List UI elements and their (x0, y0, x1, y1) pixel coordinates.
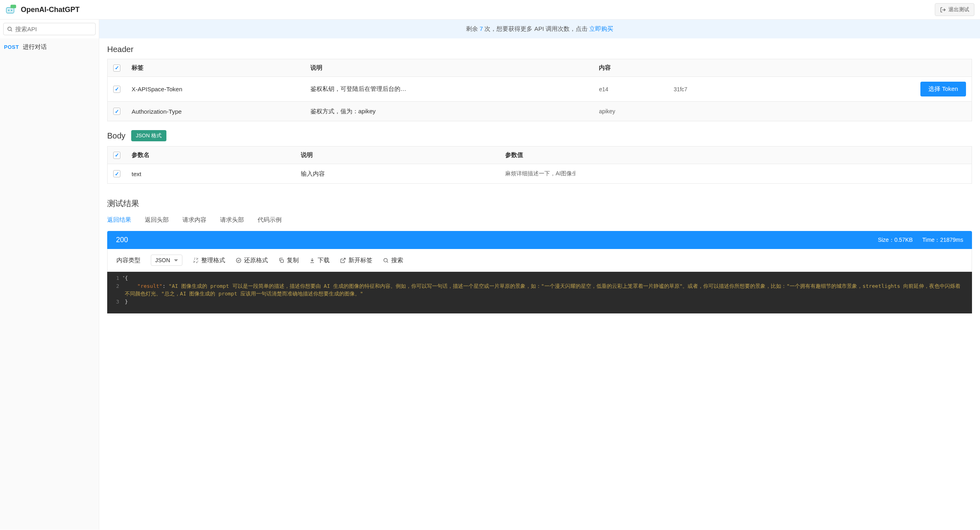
tab-response-header[interactable]: 返回头部 (145, 215, 169, 225)
body-text-input[interactable] (505, 169, 575, 179)
quota-banner: 剩余 7 次，想要获得更多 API 调用次数，点击 立即购买 (99, 20, 980, 38)
sidebar-item-chat[interactable]: POST 进行对话 (0, 38, 99, 56)
restore-icon (236, 257, 242, 263)
body-table: 参数名 说明 参数值 text 输入内容 (107, 146, 972, 184)
token-input[interactable] (599, 84, 916, 94)
svg-line-9 (387, 261, 388, 263)
checkbox[interactable] (113, 86, 120, 93)
body-section-title: Body (107, 131, 126, 141)
status-bar: 200 Size：0.57KB Time：21879ms (107, 231, 972, 249)
cell-name: text (126, 164, 295, 184)
tab-request-header[interactable]: 请求头部 (220, 215, 244, 225)
status-time: Time：21879ms (922, 237, 963, 244)
cell-desc: 输入内容 (295, 164, 499, 184)
format-button[interactable]: 整理格式 (193, 257, 225, 264)
tab-response-body[interactable]: 返回结果 (107, 215, 131, 225)
cell-tag: X-APISpace-Token (126, 77, 305, 102)
method-badge: POST (4, 44, 19, 50)
svg-point-2 (11, 10, 12, 11)
svg-rect-0 (6, 8, 14, 13)
search-icon (7, 26, 13, 32)
copy-icon (278, 257, 284, 263)
search-input[interactable] (13, 26, 92, 32)
external-icon (340, 257, 346, 263)
response-code[interactable]: 1{ 2 "result": "AI 图像生成的 prompt 可以是一段简单的… (107, 272, 972, 313)
svg-point-6 (236, 258, 241, 262)
checkbox-all-header[interactable] (113, 64, 120, 72)
table-row: text 输入内容 (108, 164, 972, 184)
checkbox-all-body[interactable] (113, 152, 120, 159)
search-result-button[interactable]: 搜索 (383, 257, 403, 264)
exit-test-button[interactable]: 退出测试 (935, 3, 974, 16)
col-desc: 说明 (295, 147, 499, 164)
status-code: 200 (116, 236, 128, 244)
col-tag: 标签 (126, 59, 305, 77)
tab-code-sample[interactable]: 代码示例 (258, 215, 282, 225)
svg-rect-7 (281, 259, 284, 262)
cell-desc: 鉴权私钥，可登陆后在管理后台的… (305, 77, 594, 102)
app-logo (6, 4, 17, 15)
search-icon (383, 257, 389, 263)
copy-button[interactable]: 复制 (278, 257, 299, 264)
table-row: X-APISpace-Token 鉴权私钥，可登陆后在管理后台的… 选择 Tok… (108, 77, 972, 102)
header-section-title: Header (107, 45, 972, 54)
svg-point-8 (384, 258, 388, 262)
search-box[interactable] (3, 23, 96, 35)
svg-point-1 (8, 10, 10, 11)
download-icon (309, 257, 315, 263)
svg-point-4 (8, 27, 12, 31)
restore-button[interactable]: 还原格式 (236, 257, 268, 264)
col-desc: 说明 (305, 59, 594, 77)
sidebar-item-label: 进行对话 (23, 43, 47, 51)
buy-link[interactable]: 立即购买 (589, 25, 613, 32)
svg-rect-3 (10, 5, 16, 8)
tab-request-body[interactable]: 请求内容 (182, 215, 206, 225)
json-format-badge: JSON 格式 (131, 130, 166, 141)
select-token-button[interactable]: 选择 Token (920, 82, 966, 96)
wand-icon (193, 257, 199, 263)
table-row: Authorization-Type 鉴权方式，值为：apikey (108, 102, 972, 121)
result-tabs: 返回结果 返回头部 请求内容 请求头部 代码示例 (99, 215, 980, 231)
cell-desc: 鉴权方式，值为：apikey (305, 102, 594, 121)
main: 剩余 7 次，想要获得更多 API 调用次数，点击 立即购买 Header 标签… (99, 20, 980, 530)
col-content: 内容 (593, 59, 972, 77)
status-size: Size：0.57KB (878, 237, 913, 244)
checkbox[interactable] (113, 108, 120, 115)
cell-tag: Authorization-Type (126, 102, 305, 121)
app-title: OpenAI-ChatGPT (21, 6, 80, 14)
col-name: 参数名 (126, 147, 295, 164)
auth-type-input[interactable] (599, 106, 669, 116)
download-button[interactable]: 下载 (309, 257, 330, 264)
checkbox[interactable] (113, 170, 120, 177)
exit-label: 退出测试 (948, 6, 969, 13)
svg-line-5 (11, 30, 12, 31)
new-tab-button[interactable]: 新开标签 (340, 257, 372, 264)
content-type-label: 内容类型 (116, 257, 140, 264)
col-value: 参数值 (500, 147, 972, 164)
content-type-select[interactable]: JSON (151, 255, 182, 266)
exit-icon (940, 7, 946, 13)
header-table: 标签 说明 内容 X-APISpace-Token 鉴权私钥，可登陆后在管理后台… (107, 59, 972, 121)
topbar: OpenAI-ChatGPT 退出测试 (0, 0, 980, 20)
sidebar: POST 进行对话 (0, 20, 99, 530)
results-title: 测试结果 (99, 186, 980, 215)
result-toolbar: 内容类型 JSON 整理格式 还原格式 复制 下载 新开标签 搜索 (107, 249, 972, 272)
